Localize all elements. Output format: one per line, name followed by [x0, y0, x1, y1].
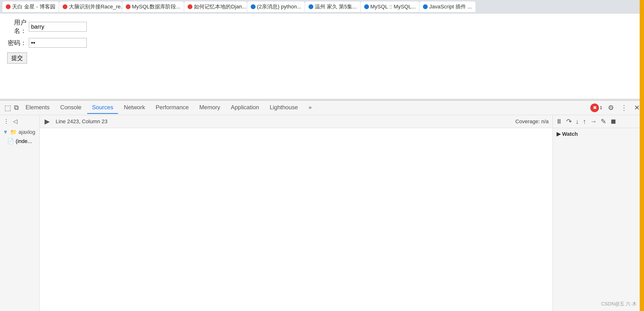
tab-performance[interactable]: Performance — [151, 102, 194, 114]
browser-tab-7[interactable]: MySQL :: MySQL... — [361, 1, 419, 12]
password-row: 密码： — [7, 38, 637, 48]
browser-tab-4[interactable]: 如何记忆本地的Djan... — [184, 1, 247, 12]
step-icon[interactable]: → — [590, 118, 597, 125]
sources-status-bar: ▶ Line 2423, Column 23 Coverage: n/a — [40, 115, 552, 128]
deactivate-breakpoints-icon[interactable]: ⏹ — [610, 117, 617, 125]
folder-icon: 📁 — [10, 129, 16, 135]
status-position: Line 2423, Column 23 — [56, 118, 108, 125]
devtools-panel: ⬚ ⧉ Elements Console Sources Network Per… — [0, 100, 644, 311]
step-into-icon[interactable]: ↓ — [576, 118, 579, 125]
more-options-icon[interactable]: ⋮ — [620, 103, 628, 113]
watermark: CSDN@五 六·木 — [601, 301, 637, 307]
tab-console[interactable]: Console — [56, 102, 86, 114]
step-out-icon[interactable]: ↑ — [583, 118, 586, 125]
file-icon: 📄 — [7, 138, 14, 144]
folder-expand-icon: ▼ — [3, 129, 8, 135]
error-indicator[interactable]: ✖ 1 — [590, 103, 602, 112]
error-count: 1 — [600, 106, 602, 110]
tab-favicon-6 — [308, 4, 313, 9]
submit-button[interactable]: 提交 — [7, 52, 27, 63]
sources-code-area: ▶ Line 2423, Column 23 Coverage: n/a — [40, 115, 552, 311]
sources-back-icon[interactable]: ◁ — [12, 117, 18, 126]
sources-panel-main: ⋮ ◁ ▼ 📁 ajaxlog 📄 (inde... ▶ Line 2423, … — [0, 115, 644, 311]
password-input[interactable] — [29, 38, 87, 48]
tab-label-3: MySQL数据库阶段... — [132, 3, 181, 10]
settings-icon[interactable]: ⚙ — [607, 103, 615, 113]
tab-label-8: JavaScript 插件 ... — [429, 3, 472, 10]
tab-favicon-3 — [126, 4, 130, 9]
tab-favicon-2 — [62, 4, 68, 9]
tab-memory[interactable]: Memory — [194, 102, 225, 114]
tab-label-1: 天白 金星 - 博客园 — [12, 3, 56, 10]
tab-favicon-4 — [188, 4, 192, 9]
sources-sidebar: ⋮ ◁ ▼ 📁 ajaxlog 📄 (inde... — [0, 115, 40, 311]
password-label: 密码： — [7, 39, 26, 47]
more-tabs-btn[interactable]: » — [304, 102, 316, 114]
folder-label: ajaxlog — [18, 129, 36, 135]
browser-tab-1[interactable]: 天白 金星 - 博客园 — [2, 1, 59, 12]
device-toggle-icon[interactable]: ⧉ — [13, 103, 20, 113]
play-icon[interactable]: ▶ — [44, 116, 51, 126]
sources-sidebar-header: ⋮ ◁ — [0, 115, 40, 128]
browser-tab-8[interactable]: JavaScript 插件 ... — [420, 1, 475, 12]
tab-favicon-8 — [423, 4, 428, 9]
pause-icon[interactable]: ⏸ — [556, 117, 562, 125]
debugger-controls: ⏸ ↷ ↓ ↑ → ✎ ⏹ ▶ Watch — [552, 115, 644, 311]
tab-lighthouse[interactable]: Lighthouse — [265, 102, 303, 114]
tab-sources[interactable]: Sources — [87, 102, 118, 114]
edit-breakpoints-icon[interactable]: ✎ — [601, 117, 606, 125]
inspect-icon[interactable]: ⬚ — [3, 103, 12, 113]
browser-tab-6[interactable]: 温州 家久 第5集... — [305, 1, 360, 12]
scrollbar[interactable] — [640, 0, 644, 311]
status-coverage: Coverage: n/a — [516, 118, 549, 125]
tab-label-4: 如何记忆本地的Djan... — [194, 3, 246, 10]
tab-label-2: 大脑识别并接Race_re... — [69, 3, 122, 10]
watch-title[interactable]: ▶ Watch — [556, 131, 640, 137]
devtools-toolbar: ⬚ ⧉ Elements Console Sources Network Per… — [0, 101, 644, 115]
tab-favicon-5 — [251, 4, 256, 9]
tab-network[interactable]: Network — [119, 102, 150, 114]
tab-label-5: (2亲消息) python... — [257, 3, 301, 10]
watch-panel: ▶ Watch — [553, 128, 644, 140]
page-content: 用户名： 密码： 提交 — [0, 13, 644, 100]
devtools-right-icons: ✖ 1 ⚙ ⋮ ✕ — [590, 103, 641, 113]
browser-tabbar: 天白 金星 - 博客园 大脑识别并接Race_re... MySQL数据库阶段.… — [0, 0, 644, 13]
tab-label-6: 温州 家久 第5集... — [315, 3, 357, 10]
browser-tab-2[interactable]: 大脑识别并接Race_re... — [59, 1, 122, 12]
step-over-icon[interactable]: ↷ — [566, 117, 572, 125]
browser-tab-5[interactable]: (2亲消息) python... — [247, 1, 304, 12]
username-input[interactable] — [29, 22, 87, 31]
username-label: 用户名： — [7, 18, 26, 35]
debugger-toolbar: ⏸ ↷ ↓ ↑ → ✎ ⏹ — [553, 115, 644, 128]
sources-more-icon[interactable]: ⋮ — [2, 117, 10, 126]
sources-file-index[interactable]: 📄 (inde... — [0, 137, 40, 146]
username-row: 用户名： — [7, 18, 637, 35]
sources-folder-ajaxlog[interactable]: ▼ 📁 ajaxlog — [0, 128, 40, 137]
file-label: (inde... — [16, 138, 32, 144]
tab-application[interactable]: Application — [226, 102, 264, 114]
tab-elements[interactable]: Elements — [21, 102, 54, 114]
tab-label-7: MySQL :: MySQL... — [370, 3, 416, 10]
submit-row: 提交 — [7, 50, 637, 63]
error-badge: ✖ — [590, 103, 599, 112]
tab-favicon-7 — [364, 4, 369, 9]
tab-favicon-1 — [6, 4, 10, 9]
browser-tab-3[interactable]: MySQL数据库阶段... — [122, 1, 184, 12]
